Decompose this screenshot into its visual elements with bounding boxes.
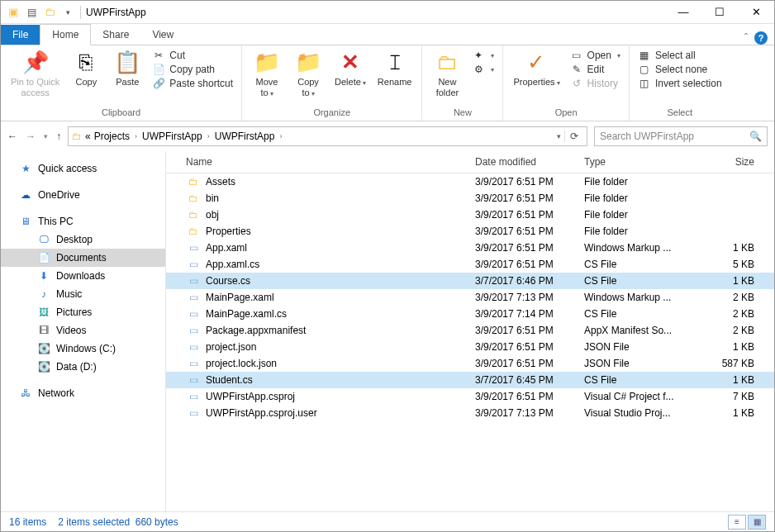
back-button[interactable]: ← [7, 131, 17, 142]
history-button[interactable]: ↺History [567, 77, 624, 90]
paste-button[interactable]: 📋 Paste [107, 47, 147, 89]
breadcrumb-overflow[interactable]: « [83, 131, 93, 142]
status-selected: 2 items selected 660 bytes [58, 516, 178, 528]
nav-documents[interactable]: 📄Documents [1, 249, 165, 267]
maximize-button[interactable]: ☐ [701, 1, 738, 24]
file-date: 3/9/2017 6:51 PM [475, 391, 584, 402]
col-name[interactable]: Name [186, 156, 475, 168]
file-type: File folder [584, 176, 708, 188]
properties-button[interactable]: ✓ Properties [508, 47, 564, 89]
qat-properties-icon[interactable]: ▤ [24, 5, 39, 20]
file-row[interactable]: ▭UWPFirstApp.csproj.user3/9/2017 7:13 PM… [166, 405, 774, 421]
nav-drive-c[interactable]: 💽Windows (C:) [1, 340, 165, 358]
file-row[interactable]: 🗀bin3/9/2017 6:51 PMFile folder [166, 190, 774, 207]
qat-newfolder-icon[interactable]: 🗀 [42, 5, 57, 20]
nav-pictures[interactable]: 🖼Pictures [1, 303, 165, 321]
forward-button[interactable]: → [26, 131, 36, 142]
nav-videos[interactable]: 🎞Videos [1, 321, 165, 340]
file-row[interactable]: ▭Course.cs3/7/2017 6:46 PMCS File1 KB [166, 273, 774, 289]
easy-access-button[interactable]: ⚙ [468, 63, 497, 76]
file-name: MainPage.xaml.cs [206, 308, 475, 320]
file-row[interactable]: 🗀Assets3/9/2017 6:51 PMFile folder [166, 173, 774, 190]
col-type[interactable]: Type [584, 156, 708, 168]
cut-button[interactable]: ✂Cut [149, 49, 236, 62]
nav-pane: ★Quick access ☁OneDrive 🖥This PC 🖵Deskto… [1, 151, 166, 511]
breadcrumb-seg[interactable]: UWPFirstApp [140, 131, 204, 142]
nav-network[interactable]: 🖧Network [1, 384, 165, 402]
downloads-icon: ⬇ [37, 270, 50, 282]
file-date: 3/9/2017 6:51 PM [475, 176, 584, 188]
nav-music[interactable]: ♪Music [1, 285, 165, 303]
address-row: ← → ▾ ↑ 🗀 « Projects› UWPFirstApp› UWPFi… [1, 121, 774, 151]
file-date: 3/9/2017 7:13 PM [475, 292, 584, 303]
file-row[interactable]: 🗀obj3/9/2017 6:51 PMFile folder [166, 207, 774, 223]
file-row[interactable]: ▭project.lock.json3/9/2017 6:51 PMJSON F… [166, 355, 774, 372]
file-date: 3/9/2017 6:51 PM [475, 358, 584, 369]
breadcrumb-seg[interactable]: UWPFirstApp [213, 131, 277, 142]
file-size: 1 KB [708, 341, 774, 353]
copy-icon: ⎘ [79, 49, 93, 77]
pin-button[interactable]: 📌 Pin to Quick access [6, 47, 64, 99]
tab-view[interactable]: View [140, 25, 185, 45]
new-item-icon: ✦ [472, 50, 485, 61]
nav-downloads[interactable]: ⬇Downloads [1, 267, 165, 285]
select-none-button[interactable]: ▢Select none [635, 63, 725, 76]
col-size[interactable]: Size [708, 156, 774, 168]
new-folder-button[interactable]: 🗀 New folder [427, 47, 467, 99]
nav-this-pc[interactable]: 🖥This PC [1, 212, 165, 230]
search-box[interactable]: Search UWPFirstApp 🔍 [594, 126, 768, 146]
search-placeholder: Search UWPFirstApp [600, 131, 694, 142]
file-row[interactable]: 🗀Properties3/9/2017 6:51 PMFile folder [166, 223, 774, 240]
breadcrumb-seg[interactable]: Projects [93, 131, 131, 142]
select-none-icon: ▢ [638, 64, 651, 75]
tab-share[interactable]: Share [91, 25, 140, 45]
file-type: File folder [584, 226, 708, 237]
copy-path-button[interactable]: 📄Copy path [149, 63, 236, 76]
nav-desktop[interactable]: 🖵Desktop [1, 230, 165, 249]
file-row[interactable]: ▭MainPage.xaml3/9/2017 7:13 PMWindows Ma… [166, 289, 774, 306]
recent-button[interactable]: ▾ [44, 132, 48, 140]
copy-to-button[interactable]: 📁 Copy to [288, 47, 328, 99]
file-row[interactable]: ▭MainPage.xaml.cs3/9/2017 7:14 PMCS File… [166, 306, 774, 322]
invert-selection-button[interactable]: ◫Invert selection [635, 77, 725, 90]
close-button[interactable]: ✕ [738, 1, 774, 24]
rename-button[interactable]: 𝙸 Rename [373, 47, 417, 89]
address-bar[interactable]: 🗀 « Projects› UWPFirstApp› UWPFirstApp› … [68, 126, 587, 146]
group-label-open: Open [508, 106, 624, 121]
nav-quick-access[interactable]: ★Quick access [1, 159, 165, 178]
minimize-button[interactable]: — [665, 1, 701, 24]
open-button[interactable]: ▭Open [567, 49, 624, 62]
file-type: JSON File [584, 358, 708, 369]
file-row[interactable]: ▭project.json3/9/2017 6:51 PMJSON File1 … [166, 339, 774, 355]
file-row[interactable]: ▭App.xaml3/9/2017 6:51 PMWindows Markup … [166, 240, 774, 256]
qat-dropdown-icon[interactable]: ▾ [60, 5, 75, 20]
view-details-button[interactable]: ≡ [728, 515, 746, 530]
up-button[interactable]: ↑ [56, 131, 61, 142]
view-large-button[interactable]: ▦ [748, 515, 766, 530]
nav-onedrive[interactable]: ☁OneDrive [1, 186, 165, 204]
delete-button[interactable]: ✕ Delete [330, 47, 371, 89]
move-to-button[interactable]: 📁 Move to [247, 47, 287, 99]
collapse-ribbon-icon[interactable]: ˆ [744, 32, 748, 44]
nav-drive-d[interactable]: 💽Data (D:) [1, 358, 165, 376]
file-row[interactable]: ▭App.xaml.cs3/9/2017 6:51 PMCS File5 KB [166, 256, 774, 273]
file-row[interactable]: ▭Student.cs3/7/2017 6:45 PMCS File1 KB [166, 372, 774, 388]
select-all-button[interactable]: ▦Select all [635, 49, 725, 62]
tab-file[interactable]: File [1, 25, 40, 45]
col-date[interactable]: Date modified [475, 156, 584, 168]
file-row[interactable]: ▭Package.appxmanifest3/9/2017 6:51 PMApp… [166, 322, 774, 339]
copy-button[interactable]: ⎘ Copy [66, 47, 106, 89]
file-row[interactable]: ▭UWPFirstApp.csproj3/9/2017 6:51 PMVisua… [166, 388, 774, 405]
address-dropdown-icon[interactable]: ▾ [557, 132, 561, 140]
help-icon[interactable]: ? [754, 31, 768, 45]
tab-home[interactable]: Home [40, 24, 91, 45]
pc-icon: 🖥 [19, 216, 32, 227]
refresh-button[interactable]: ⟳ [564, 131, 583, 142]
paste-shortcut-button[interactable]: 🔗Paste shortcut [149, 77, 236, 90]
file-name: UWPFirstApp.csproj [206, 391, 475, 402]
file-date: 3/9/2017 7:14 PM [475, 308, 584, 320]
new-item-button[interactable]: ✦ [468, 49, 497, 62]
edit-button[interactable]: ✎Edit [567, 63, 624, 76]
pictures-icon: 🖼 [37, 306, 50, 318]
file-name: project.json [206, 341, 475, 353]
